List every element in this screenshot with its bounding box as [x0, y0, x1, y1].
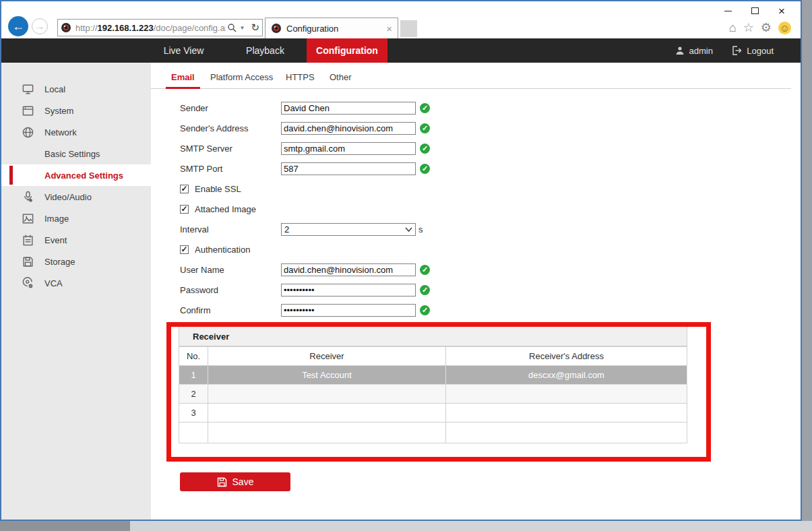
- interval-select[interactable]: 2: [281, 223, 416, 236]
- chevron-down-icon: [405, 227, 412, 232]
- cell-receiver[interactable]: [208, 404, 446, 423]
- calendar-icon: [22, 234, 34, 247]
- address-bar[interactable]: http://192.168.1.223/doc/page/config.asp…: [57, 19, 263, 36]
- cell-receiver[interactable]: [208, 423, 446, 443]
- sender-input[interactable]: [281, 102, 416, 115]
- browser-tab-configuration[interactable]: Configuration ×: [265, 18, 398, 38]
- save-button[interactable]: Save: [180, 472, 290, 491]
- smtp-server-label: SMTP Server: [180, 144, 281, 154]
- cell-address[interactable]: [446, 423, 687, 443]
- close-icon: ×: [778, 5, 785, 17]
- sidebar-item-storage[interactable]: Storage: [1, 251, 151, 272]
- interval-unit: s: [418, 224, 423, 235]
- settings-tabstrip: Email Platform Access HTTPS Other: [151, 72, 791, 89]
- cell-address[interactable]: descxx@gmail.com: [446, 366, 687, 385]
- microphone-icon: [22, 191, 34, 204]
- site-favicon-icon: [61, 22, 71, 33]
- tab-email[interactable]: Email: [166, 72, 200, 89]
- cell-no: 3: [179, 404, 208, 423]
- sidebar-item-label: VCA: [44, 278, 63, 288]
- sidebar-item-basic-settings[interactable]: Basic Settings: [1, 143, 151, 164]
- save-button-label: Save: [232, 476, 254, 487]
- sidebar-item-event[interactable]: Event: [1, 229, 151, 251]
- col-header-no: No.: [179, 347, 208, 366]
- nav-live-view-label: Live View: [164, 45, 204, 56]
- sidebar-item-local[interactable]: Local: [1, 78, 151, 100]
- sidebar-item-system[interactable]: System: [1, 100, 151, 121]
- nav-configuration[interactable]: Configuration: [307, 38, 387, 63]
- refresh-icon[interactable]: ↻: [251, 22, 259, 34]
- confirm-input[interactable]: [281, 304, 416, 317]
- sidebar-item-advanced-settings[interactable]: Advanced Settings: [1, 164, 151, 186]
- receiver-row-3[interactable]: 3: [179, 404, 687, 423]
- minimize-button[interactable]: [714, 3, 741, 19]
- sidebar-item-label: Image: [44, 214, 69, 224]
- forward-icon: →: [35, 21, 44, 32]
- home-icon[interactable]: ⌂: [729, 21, 737, 35]
- receiver-panel: Receiver No. Receiver Receiver's Address…: [179, 326, 687, 443]
- smtp-port-input[interactable]: [281, 162, 416, 175]
- sidebar-item-image[interactable]: Image: [1, 208, 151, 229]
- form-row-sender: Sender ✓: [180, 98, 584, 118]
- cell-receiver[interactable]: Test Account: [208, 366, 446, 385]
- tab-https[interactable]: HTTPS: [286, 72, 315, 89]
- search-icon[interactable]: [227, 23, 237, 32]
- url-text[interactable]: http://192.168.1.223/doc/page/config.asp: [75, 23, 226, 33]
- page-body: Local System Network: [1, 63, 801, 520]
- receiver-row-2[interactable]: 2: [179, 385, 687, 404]
- cell-no: 2: [179, 385, 208, 404]
- valid-check-icon: ✓: [420, 305, 430, 315]
- receiver-row-empty[interactable]: [179, 423, 687, 443]
- sidebar-item-label: Local: [44, 84, 65, 94]
- form-row-smtp-port: SMTP Port ✓: [180, 158, 584, 179]
- settings-gear-icon[interactable]: ⚙: [761, 20, 772, 35]
- cell-no: 1: [179, 366, 208, 385]
- cell-address[interactable]: [446, 404, 687, 423]
- interval-value: 2: [284, 224, 405, 235]
- sidebar: Local System Network: [1, 63, 151, 520]
- sender-address-input[interactable]: [281, 122, 416, 135]
- sidebar-item-vca[interactable]: VCA: [1, 272, 151, 294]
- system-window-icon: [22, 104, 34, 117]
- nav-configuration-label: Configuration: [316, 45, 378, 56]
- minimize-icon: [724, 11, 732, 11]
- attached-image-checkbox[interactable]: ✓: [180, 205, 189, 214]
- sidebar-item-network[interactable]: Network: [1, 121, 151, 143]
- nav-live-view[interactable]: Live View: [145, 38, 222, 63]
- window-controls: ×: [714, 3, 795, 19]
- search-dropdown-icon[interactable]: ▼: [240, 25, 245, 31]
- authentication-checkbox[interactable]: ✓: [180, 245, 189, 254]
- maximize-button[interactable]: [741, 3, 768, 19]
- cell-address[interactable]: [446, 385, 687, 404]
- cell-receiver[interactable]: [208, 385, 446, 404]
- sidebar-item-video-audio[interactable]: Video/Audio: [1, 186, 151, 208]
- tab-close-icon[interactable]: ×: [386, 23, 392, 34]
- user-name-label: User Name: [180, 265, 281, 275]
- receiver-table-header: No. Receiver Receiver's Address: [179, 347, 687, 366]
- new-tab-button[interactable]: [400, 20, 417, 37]
- tab-platform-access[interactable]: Platform Access: [210, 72, 273, 89]
- back-button[interactable]: ←: [8, 16, 28, 36]
- interval-label: Interval: [180, 224, 281, 235]
- password-input[interactable]: [281, 284, 416, 296]
- user-name-input[interactable]: [281, 263, 416, 276]
- browser-chrome: × ← → http://192.168.1.223/doc/page/conf…: [1, 1, 801, 38]
- top-navbar: Live View Playback Configuration admin L…: [1, 38, 801, 63]
- nav-playback[interactable]: Playback: [224, 38, 307, 63]
- logout-button[interactable]: Logout: [732, 38, 774, 63]
- tab-title: Configuration: [286, 24, 386, 34]
- feedback-smiley-icon[interactable]: ☺: [778, 22, 791, 34]
- browser-window: × ← → http://192.168.1.223/doc/page/conf…: [0, 0, 802, 521]
- favorites-star-icon[interactable]: ☆: [743, 20, 754, 35]
- sidebar-item-label: Video/Audio: [44, 192, 92, 202]
- save-floppy-icon: [217, 477, 227, 487]
- close-button[interactable]: ×: [768, 3, 795, 19]
- smtp-server-input[interactable]: [281, 142, 416, 155]
- tab-other[interactable]: Other: [330, 72, 352, 89]
- enable-ssl-checkbox[interactable]: ✓: [180, 185, 189, 193]
- forward-button[interactable]: →: [32, 18, 48, 34]
- receiver-row-1[interactable]: 1 Test Account descxx@gmail.com: [179, 366, 687, 385]
- form-row-sender-address: Sender's Address ✓: [180, 118, 584, 138]
- cell-no: [179, 423, 208, 443]
- sidebar-item-label: System: [44, 106, 73, 116]
